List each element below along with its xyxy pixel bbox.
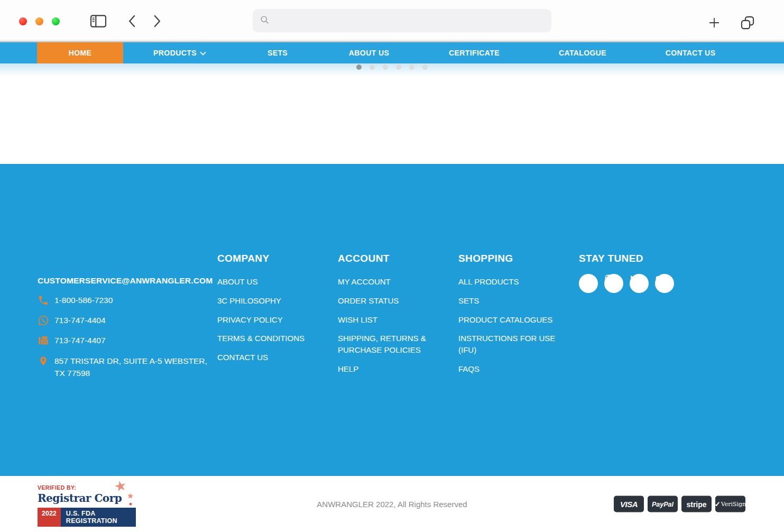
window-controls <box>19 17 60 25</box>
footer-link-wish-list[interactable]: WISH LIST <box>338 314 438 326</box>
footer-link-privacy-policy[interactable]: PRIVACY POLICY <box>217 314 318 326</box>
footer-link-help[interactable]: HELP <box>338 363 438 375</box>
footer-column-shopping: SHOPPING ALL PRODUCTS SETS PRODUCT CATAL… <box>458 253 572 382</box>
nav-item-products[interactable]: PRODUCTS <box>153 42 206 63</box>
nav-item-about-us[interactable]: ABOUT US <box>349 42 389 63</box>
site-navbar: HOME PRODUCTS SETS ABOUT US CERTIFICATE … <box>0 42 784 63</box>
registration-year: 2022 <box>38 508 61 527</box>
column-title-company: COMPANY <box>217 253 331 264</box>
footer-column-account: ACCOUNT MY ACCOUNT ORDER STATUS WISH LIS… <box>338 253 451 382</box>
youtube-icon <box>655 277 666 286</box>
footer-link-all-products[interactable]: ALL PRODUCTS <box>458 276 559 288</box>
verisign-badge: VeriSign <box>715 496 745 512</box>
sidebar-icon <box>90 14 107 30</box>
twitter-icon <box>630 277 640 286</box>
footer-link-3c-philosophy[interactable]: 3C PHILOSOPHY <box>217 295 318 307</box>
footer-link-shipping-returns[interactable]: SHIPPING, RETURNS & PURCHASE POLICIES <box>338 333 438 356</box>
visa-badge: VISA <box>614 496 644 512</box>
paypal-badge: PayPal <box>648 496 678 512</box>
plus-icon <box>708 16 721 31</box>
nav-item-sets[interactable]: SETS <box>268 42 288 63</box>
nav-label: PRODUCTS <box>153 49 197 57</box>
search-icon <box>260 15 269 26</box>
carousel-dot-5[interactable] <box>409 65 414 70</box>
facebook-button[interactable] <box>579 274 598 293</box>
contact-whatsapp-link[interactable]: 713-747-4404 <box>38 315 212 326</box>
address-search-bar[interactable] <box>253 9 551 32</box>
instagram-icon <box>604 277 614 286</box>
carousel-dot-4[interactable] <box>396 65 401 70</box>
facebook-icon <box>579 276 588 285</box>
carousel-dot-6[interactable] <box>422 65 428 70</box>
star-icon: ★ <box>126 491 134 500</box>
footer-link-contact-us[interactable]: CONTACT US <box>217 352 318 363</box>
contact-email-link[interactable]: CUSTOMERSERVICE@ANWRANGLER.COM <box>38 276 212 286</box>
location-pin-icon <box>38 355 49 368</box>
phone-icon <box>38 295 49 306</box>
footer-stay-tuned: STAY TUNED <box>579 253 716 300</box>
nav-label: CATALOGUE <box>559 49 606 57</box>
chevron-down-icon <box>200 51 206 56</box>
contact-address: 857 TRISTAR DR, SUITE A-5 WEBSTER, TX 77… <box>38 355 212 380</box>
footer-link-product-catalogues[interactable]: PRODUCT CATALOGUES <box>458 314 559 326</box>
search-input[interactable] <box>273 16 544 25</box>
close-window-button[interactable] <box>19 17 27 25</box>
carousel-dot-3[interactable] <box>383 65 388 70</box>
zoom-window-button[interactable] <box>52 17 60 25</box>
fda-registration-row: 2022 U.S. FDA REGISTRATION <box>38 508 136 527</box>
nav-label: HOME <box>69 49 92 57</box>
site-footer: CUSTOMERSERVICE@ANWRANGLER.COM 1-800-586… <box>0 164 784 476</box>
forward-button[interactable] <box>150 15 164 29</box>
contact-phone-number: 1-800-586-7230 <box>54 296 113 305</box>
nav-item-certificate[interactable]: CERTIFICATE <box>449 42 500 63</box>
social-links <box>579 274 716 300</box>
page-whitespace <box>0 79 784 164</box>
contact-fax-link[interactable]: 713-747-4407 <box>38 335 212 346</box>
contact-address-text: 857 TRISTAR DR, SUITE A-5 WEBSTER, TX 77… <box>54 355 208 380</box>
fax-icon <box>38 335 49 346</box>
carousel-dot-1[interactable] <box>356 65 362 70</box>
browser-window: HOME PRODUCTS SETS ABOUT US CERTIFICATE … <box>0 0 784 532</box>
chevron-right-icon <box>153 15 161 29</box>
nav-item-contact-us[interactable]: CONTACT US <box>666 42 716 63</box>
chevron-left-icon <box>128 15 136 29</box>
tabs-icon <box>740 15 755 32</box>
carousel-strip <box>0 63 784 79</box>
youtube-button[interactable] <box>655 274 674 293</box>
footer-link-faqs[interactable]: FAQS <box>458 363 559 375</box>
nav-item-home[interactable]: HOME <box>37 42 123 63</box>
sidebar-toggle-button[interactable] <box>89 14 108 30</box>
stripe-badge: stripe <box>681 496 712 512</box>
footer-link-about-us[interactable]: ABOUT US <box>217 276 318 288</box>
bottom-bar: VERIFIED BY: Registrar Corp ★ ★ ★ 2022 U… <box>0 476 784 532</box>
nav-label: ABOUT US <box>349 49 389 57</box>
instagram-button[interactable] <box>604 274 623 293</box>
nav-item-catalogue[interactable]: CATALOGUE <box>559 42 606 63</box>
footer-link-ifu[interactable]: INSTRUCTIONS FOR USE (IFU) <box>458 333 559 356</box>
nav-label: CONTACT US <box>666 49 716 57</box>
twitter-button[interactable] <box>630 274 649 293</box>
nav-label: CERTIFICATE <box>449 49 500 57</box>
fda-registration-label: U.S. FDA REGISTRATION <box>61 508 136 527</box>
stay-tuned-title: STAY TUNED <box>579 253 716 264</box>
contact-fax-number: 713-747-4407 <box>54 336 106 345</box>
footer-column-company: COMPANY ABOUT US 3C PHILOSOPHY PRIVACY P… <box>217 253 331 371</box>
tab-overview-button[interactable] <box>738 15 757 32</box>
footer-link-sets[interactable]: SETS <box>458 295 559 307</box>
new-tab-button[interactable] <box>705 16 723 31</box>
column-title-shopping: SHOPPING <box>458 253 572 264</box>
nav-label: SETS <box>268 49 288 57</box>
footer-link-my-account[interactable]: MY ACCOUNT <box>338 276 438 288</box>
footer-contact-block: CUSTOMERSERVICE@ANWRANGLER.COM 1-800-586… <box>38 276 212 388</box>
payment-methods: VISA PayPal stripe VeriSign <box>614 496 745 512</box>
minimize-window-button[interactable] <box>35 17 43 25</box>
column-title-account: ACCOUNT <box>338 253 451 264</box>
back-button[interactable] <box>125 15 140 29</box>
whatsapp-icon <box>38 315 49 326</box>
footer-link-order-status[interactable]: ORDER STATUS <box>338 295 438 307</box>
carousel-dot-2[interactable] <box>370 65 375 70</box>
footer-link-terms-conditions[interactable]: TERMS & CONDITIONS <box>217 333 318 344</box>
carousel-dots <box>0 65 784 70</box>
contact-phone-link[interactable]: 1-800-586-7230 <box>38 295 212 306</box>
star-icon: ★ <box>113 478 127 494</box>
